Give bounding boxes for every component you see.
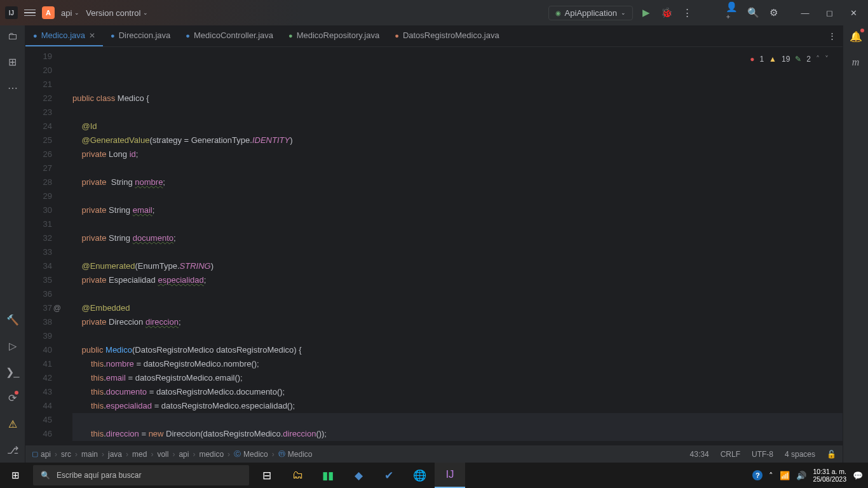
tabs-more-icon[interactable]: ⋮ <box>822 25 843 46</box>
caret-position[interactable]: 43:34 <box>690 450 709 459</box>
inspections-widget[interactable]: ●1 ▲19 ✎2 ˄ ˅ <box>747 51 831 67</box>
warning-icon: ▲ <box>769 52 776 66</box>
vcs-selector[interactable]: Version control ⌄ <box>86 8 148 18</box>
code-line[interactable]: this.especialidad = datosRegistroMedico.… <box>72 399 843 413</box>
wifi-icon[interactable]: 📶 <box>780 471 790 480</box>
office-icon[interactable]: ◆ <box>343 463 374 488</box>
more-tools-icon[interactable]: ⋯ <box>8 82 18 94</box>
run-config-name: ApiApplication <box>565 8 617 18</box>
line-separator[interactable]: CRLF <box>721 450 740 459</box>
settings-icon[interactable]: ⚙ <box>766 6 780 20</box>
code-line[interactable]: @Embedded <box>72 301 843 315</box>
todo-icon[interactable]: ✔ <box>374 463 404 488</box>
project-name: api <box>61 8 72 18</box>
git-tool-icon[interactable]: ⎇ <box>7 444 18 456</box>
code-line[interactable]: this.documento = datosRegistroMedico.doc… <box>72 385 843 399</box>
code-line[interactable] <box>72 287 843 301</box>
run-config-selector[interactable]: ◉ ApiApplication ⌄ <box>548 6 633 20</box>
editor-tab[interactable]: ●MedicoRepository.java <box>281 25 387 46</box>
code-line[interactable]: this.email = datosRegistroMedico.email()… <box>72 371 843 385</box>
code-line[interactable]: private Long id; <box>72 147 843 161</box>
terminal-tool-icon[interactable]: ❯_ <box>6 366 20 378</box>
help-tray-icon[interactable]: ? <box>752 470 763 480</box>
explorer-icon[interactable]: 🗂 <box>282 463 313 488</box>
windows-search-input[interactable]: 🔍 Escribe aquí para buscar <box>33 465 249 485</box>
breadcrumb-item[interactable]: ▢api <box>32 450 51 459</box>
code-line[interactable]: @GeneratedValue(strategy = GenerationTyp… <box>72 133 843 147</box>
editor-tab[interactable]: ●Direccion.java <box>103 25 178 46</box>
code-line[interactable]: private Especialidad especialidad; <box>72 273 843 287</box>
breadcrumb-item[interactable]: med <box>132 450 147 459</box>
code-line[interactable]: private String nombre; <box>72 175 843 189</box>
prev-highlight-icon[interactable]: ˄ <box>816 52 820 66</box>
code-line[interactable]: private Direccion direccion; <box>72 315 843 329</box>
breadcrumb-item[interactable]: medico <box>199 450 224 459</box>
system-clock[interactable]: 10:31 a. m. 25/08/2023 <box>813 468 846 483</box>
intellij-taskbar-icon[interactable]: IJ <box>435 463 465 488</box>
file-encoding[interactable]: UTF-8 <box>752 450 773 459</box>
code-line[interactable]: private String documento; <box>72 231 843 245</box>
readonly-lock-icon[interactable]: 🔓 <box>827 450 836 459</box>
maven-tool-icon[interactable]: m <box>852 57 860 68</box>
build-tool-icon[interactable]: 🔨 <box>6 314 19 326</box>
code-line[interactable]: @Enumerated(EnumType.STRING) <box>72 259 843 273</box>
code-line[interactable] <box>72 245 843 259</box>
search-icon[interactable]: 🔍 <box>746 6 760 20</box>
volume-icon[interactable]: 🔊 <box>796 471 806 480</box>
chrome-icon[interactable]: 🌐 <box>404 463 435 488</box>
run-button[interactable]: ▶ <box>639 6 653 20</box>
code-line[interactable] <box>72 189 843 203</box>
code-line[interactable] <box>72 217 843 231</box>
indent-setting[interactable]: 4 spaces <box>785 450 815 459</box>
next-highlight-icon[interactable]: ˅ <box>825 52 829 66</box>
editor-tab[interactable]: ●DatosRegistroMedico.java <box>387 25 506 46</box>
editor-tab[interactable]: ●MedicoController.java <box>178 25 281 46</box>
project-selector[interactable]: api ⌄ <box>61 8 79 18</box>
breadcrumb-item[interactable]: ⒸMedico <box>234 449 268 459</box>
project-tool-icon[interactable]: 🗀 <box>8 30 18 42</box>
minimize-button[interactable]: — <box>796 8 815 18</box>
notifications-icon[interactable]: 🔔 <box>850 30 862 43</box>
debug-button[interactable]: 🐞 <box>660 6 674 20</box>
tray-expand-icon[interactable]: ˄ <box>769 471 773 480</box>
close-button[interactable]: ✕ <box>844 8 863 18</box>
code-line[interactable]: private String email; <box>72 203 843 217</box>
line-gutter[interactable]: 1920212223242526272829303132333435363738… <box>25 47 58 445</box>
right-tool-strip: 🔔 m <box>843 25 868 463</box>
maximize-button[interactable]: ◻ <box>820 8 839 18</box>
breadcrumb-item[interactable]: java <box>108 450 122 459</box>
code-line[interactable] <box>72 329 843 343</box>
breadcrumb-item[interactable]: ⓜMedico <box>278 449 313 459</box>
more-actions-icon[interactable]: ⋮ <box>680 6 694 20</box>
start-button[interactable]: ⊞ <box>0 463 31 488</box>
breadcrumb-label: Medico <box>288 450 313 459</box>
run-tool-icon[interactable]: ▷ <box>9 340 17 352</box>
chevron-down-icon: ⌄ <box>74 10 79 16</box>
code-line[interactable]: this.nombre = datosRegistroMedico.nombre… <box>72 357 843 371</box>
app-icon-green[interactable]: ▮▮ <box>313 463 343 488</box>
action-center-icon[interactable]: 💬 <box>853 471 863 480</box>
services-tool-icon[interactable]: ⟳ <box>8 392 17 404</box>
close-tab-icon[interactable]: ✕ <box>89 31 95 40</box>
editor-tab[interactable]: ●Medico.java✕ <box>25 25 103 46</box>
project-badge[interactable]: A <box>42 6 55 19</box>
code-line[interactable]: @Id <box>72 119 843 133</box>
code-line[interactable]: public class Medico { <box>72 92 843 105</box>
code-with-me-icon[interactable]: 👤⁺ <box>726 6 740 20</box>
problems-tool-icon[interactable]: ⚠ <box>8 418 17 430</box>
task-view-icon[interactable]: ⊟ <box>252 463 282 488</box>
code-line[interactable] <box>72 161 843 175</box>
code-line[interactable] <box>72 413 843 427</box>
breadcrumb-item[interactable]: voll <box>157 450 168 459</box>
structure-tool-icon[interactable]: ⊞ <box>8 56 17 68</box>
main-menu-icon[interactable] <box>24 10 36 17</box>
breadcrumb-item[interactable]: src <box>61 450 71 459</box>
breadcrumb-item[interactable]: main <box>81 450 98 459</box>
code-line[interactable]: public Medico(DatosRegistroMedico datosR… <box>72 343 843 357</box>
breadcrumbs[interactable]: ▢api›src›main›java›med›voll›api›medico›Ⓒ… <box>32 449 312 459</box>
code-editor[interactable]: ●1 ▲19 ✎2 ˄ ˅ public class Medico { @Id … <box>58 47 843 445</box>
breadcrumb-item[interactable]: api <box>179 450 189 459</box>
code-line[interactable] <box>72 105 843 119</box>
code-line[interactable]: this.direccion = new Direccion(datosRegi… <box>72 427 843 441</box>
code-line[interactable]: } <box>72 441 843 445</box>
